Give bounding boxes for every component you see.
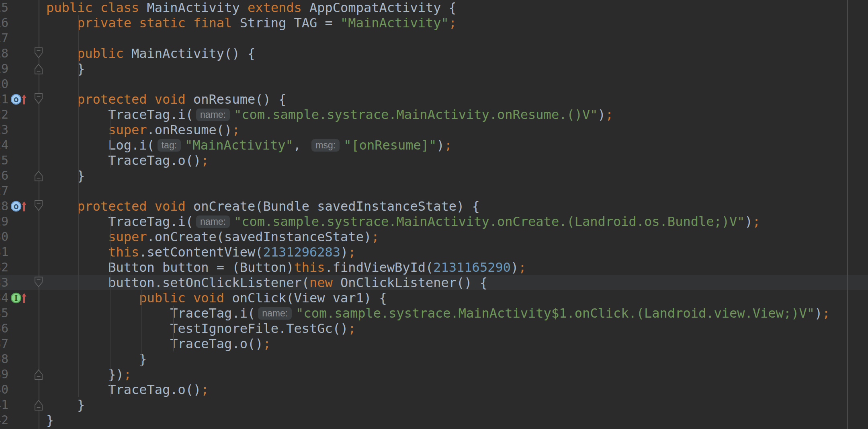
code-line[interactable]: 22 TraceTag.i(name:"com.sample.systrace.… [0,107,868,122]
code-text: public class MainActivity extends AppCom… [46,0,457,15]
code-line[interactable]: 29 TraceTag.i(name:"com.sample.systrace.… [0,214,868,229]
token-keyword: ; [348,321,356,336]
token-keyword: protected void [46,199,193,214]
code-line[interactable]: 15public class MainActivity extends AppC… [0,0,868,15]
token-keyword: ; [201,382,209,397]
token-keyword: ; [444,138,452,153]
token-plain: } [46,413,54,428]
line-number[interactable]: 30 [0,229,8,244]
line-number[interactable]: 25 [0,153,8,168]
code-line[interactable]: 24 Log.i(tag:"MainActivity", msg:"[onRes… [0,138,868,153]
line-number[interactable]: 39 [0,367,8,382]
collapse-bottom-fold-icon[interactable] [34,170,43,182]
token-keyword: protected void [46,92,193,107]
line-number[interactable]: 31 [0,244,8,260]
token-keyword: private static final [46,15,240,31]
line-number[interactable]: 32 [0,260,8,275]
token-plain: TraceTag.o() [46,382,201,397]
line-number[interactable]: 16 [0,15,8,31]
line-number[interactable]: 42 [0,413,8,428]
collapse-top-fold-icon[interactable] [34,93,43,105]
collapse-bottom-fold-icon[interactable] [34,368,43,380]
code-line[interactable]: 32 Button button = (Button)this.findView… [0,260,868,275]
line-number[interactable]: 20 [0,76,8,92]
code-line[interactable]: 39 }); [0,367,868,382]
collapse-top-fold-icon[interactable] [34,47,43,60]
code-line[interactable]: 17 [0,31,868,46]
code-text: TraceTag.i(name:"com.sample.systrace.Mai… [46,107,613,122]
token-string: "com.sample.systrace.MainActivity$1.onCl… [296,306,815,321]
code-text: TestIgnoreFile.TestGc(); [46,321,356,336]
code-line[interactable]: 21o protected void onResume() { [0,92,868,107]
code-line[interactable]: 36 TestIgnoreFile.TestGc(); [0,321,868,336]
token-keyword: ; [518,260,526,275]
token-plain: onClick(View var1) { [232,290,387,306]
token-keyword: extends [248,0,309,15]
token-plain: TraceTag.i( [46,214,193,229]
line-number[interactable]: 29 [0,214,8,229]
code-line[interactable]: 41 } [0,397,868,413]
code-line[interactable]: 34I public void onClick(View var1) { [0,290,868,306]
code-line[interactable]: 26 } [0,168,868,183]
code-text: } [46,351,147,367]
code-line[interactable]: 38 } [0,351,868,367]
token-plain: button.setOnClickListener( [46,275,309,290]
collapse-bottom-fold-icon[interactable] [34,63,43,75]
line-number[interactable]: 41 [0,397,8,413]
code-line[interactable]: 37 TraceTag.o(); [0,336,868,351]
code-text: } [46,397,85,413]
token-string: "com.sample.systrace.MainActivity.onResu… [234,107,598,122]
code-text: super.onResume(); [46,122,240,138]
code-line[interactable]: 23 super.onResume(); [0,122,868,138]
code-line[interactable]: 42} [0,413,868,428]
overrides-method-icon[interactable]: o [11,92,27,106]
code-line[interactable]: 28o protected void onCreate(Bundle saved… [0,199,868,214]
code-line[interactable]: 30 super.onCreate(savedInstanceState); [0,229,868,244]
line-number[interactable]: 38 [0,351,8,367]
token-plain: TestIgnoreFile.TestGc() [46,321,348,336]
code-line[interactable]: 35 TraceTag.i(name:"com.sample.systrace.… [0,306,868,321]
token-keyword: ; [232,122,240,138]
line-number[interactable]: 28 [0,199,8,214]
implements-method-icon[interactable]: I [11,291,27,305]
code-line[interactable]: 27 [0,183,868,199]
token-keyword: ; [753,214,760,229]
collapse-top-fold-icon[interactable] [34,277,43,289]
line-number[interactable]: 34 [0,290,8,306]
token-plain: onCreate(Bundle savedInstanceState) { [193,199,480,214]
line-number[interactable]: 17 [0,31,8,46]
line-number[interactable]: 19 [0,61,8,76]
line-number[interactable]: 24 [0,138,8,153]
token-plain: OnClickListener() { [340,275,487,290]
line-number[interactable]: 23 [0,122,8,138]
code-line[interactable]: 19 } [0,61,868,76]
line-number[interactable]: 15 [0,0,8,15]
line-number[interactable]: 18 [0,46,8,61]
code-line[interactable]: 16 private static final String TAG = "Ma… [0,15,868,31]
token-plain: ) [436,138,444,153]
parameter-hint: name: [196,109,230,121]
line-number[interactable]: 21 [0,92,8,107]
collapse-top-fold-icon[interactable] [34,200,43,212]
token-plain: ) [340,244,348,260]
line-number[interactable]: 37 [0,336,8,351]
line-number[interactable]: 36 [0,321,8,336]
token-plain: } [46,61,85,76]
code-text: Button button = (Button)this.findViewByI… [46,260,526,275]
line-number[interactable]: 22 [0,107,8,122]
overrides-method-icon[interactable]: o [11,199,27,213]
line-number[interactable]: 27 [0,183,8,199]
line-number[interactable]: 40 [0,382,8,397]
token-plain: ) [511,260,518,275]
line-number[interactable]: 33 [0,275,8,290]
code-line[interactable]: 25 TraceTag.o(); [0,153,868,168]
line-number[interactable]: 35 [0,306,8,321]
code-line-current[interactable]: 33 button.setOnClickListener(new OnClick… [0,275,868,290]
code-line[interactable]: 18 public MainActivity() { [0,46,868,61]
code-line[interactable]: 31 this.setContentView(2131296283); [0,244,868,260]
code-line[interactable]: 40 TraceTag.o(); [0,382,868,397]
code-line[interactable]: 20 [0,76,868,92]
line-number[interactable]: 26 [0,168,8,183]
token-string: "MainActivity" [340,15,449,31]
collapse-bottom-fold-icon[interactable] [34,399,43,411]
